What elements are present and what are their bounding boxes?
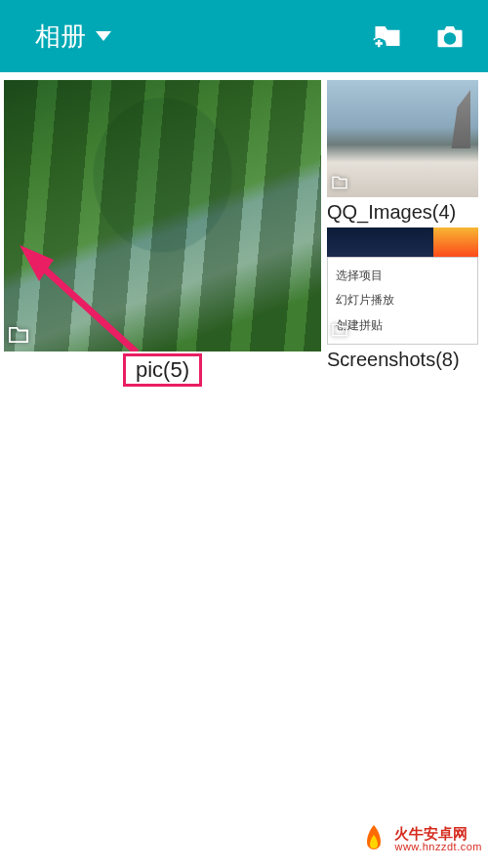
header-title: 相册	[35, 20, 86, 54]
svg-marker-5	[20, 245, 54, 281]
album-main-label-row: pic(5)	[4, 355, 321, 385]
album-main-column: pic(5)	[4, 80, 321, 385]
album-grid: pic(5) QQ_Images(4) 选择项目 幻灯片播放 创建拼贴 Scre…	[0, 72, 488, 393]
album-screenshots-thumbnail[interactable]: 选择项目 幻灯片播放 创建拼贴	[327, 227, 478, 345]
album-qqimages-label: QQ_Images(4)	[327, 199, 478, 226]
album-pic-label: pic(5)	[123, 353, 202, 387]
add-folder-icon[interactable]	[373, 23, 402, 49]
watermark-line2: www.hnzzdt.com	[394, 842, 482, 853]
album-side-column: QQ_Images(4) 选择项目 幻灯片播放 创建拼贴 Screenshots…	[327, 80, 478, 385]
album-screenshots-label: Screenshots(8)	[327, 347, 478, 373]
watermark: 火牛安卓网 www.hnzzdt.com	[359, 823, 482, 856]
app-header: 相册	[0, 0, 488, 72]
watermark-line1: 火牛安卓网	[394, 826, 482, 842]
context-menu: 选择项目 幻灯片播放 创建拼贴	[327, 257, 478, 345]
svg-line-4	[34, 260, 137, 351]
menu-item-select[interactable]: 选择项目	[336, 268, 469, 284]
header-actions	[373, 23, 472, 49]
menu-item-slideshow[interactable]: 幻灯片播放	[336, 292, 469, 309]
folder-icon	[331, 323, 348, 341]
folder-icon	[8, 326, 29, 348]
camera-icon[interactable]	[435, 23, 465, 49]
svg-rect-3	[376, 42, 384, 45]
watermark-logo-icon	[359, 823, 388, 856]
album-dropdown[interactable]: 相册	[16, 20, 111, 54]
menu-item-collage[interactable]: 创建拼贴	[336, 317, 469, 334]
chevron-down-icon	[96, 31, 111, 41]
album-qqimages-thumbnail[interactable]	[327, 80, 478, 197]
annotation-arrow	[10, 240, 146, 351]
folder-icon	[331, 176, 348, 193]
album-pic-thumbnail[interactable]	[4, 80, 321, 351]
